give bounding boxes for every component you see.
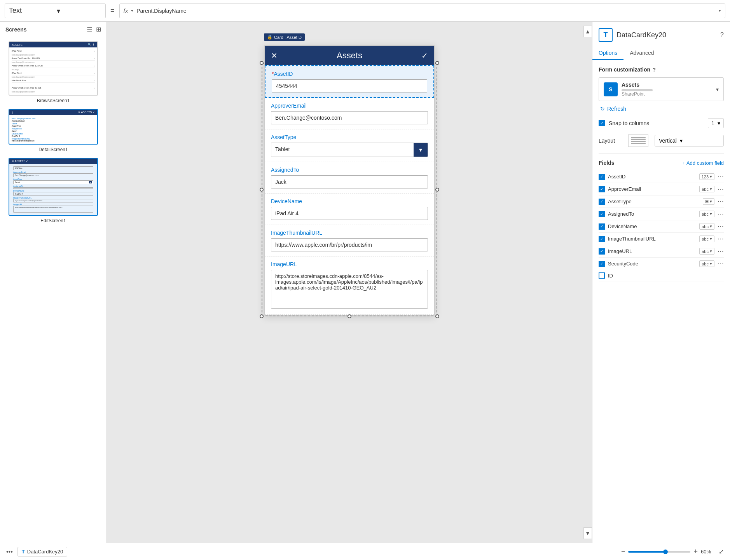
card-badge: 🔒 Card : AssetID	[264, 33, 305, 41]
detail-screen-label: DetailScreen1	[38, 147, 68, 152]
zoom-plus-button[interactable]: +	[693, 548, 698, 556]
browse-thumb-body: iPad Air 2› ben.change@contoso.com Asus …	[9, 47, 97, 95]
add-custom-field-button[interactable]: + Add custom field	[682, 160, 724, 166]
field-row-id: ID	[599, 270, 724, 281]
detail-thumb-header: 1 ✕ ASSETS ✓	[9, 110, 97, 115]
assetid-checkbox[interactable]	[599, 174, 605, 180]
snap-checkbox[interactable]	[599, 120, 605, 126]
tab-options[interactable]: Options	[592, 47, 623, 60]
fx-label: fx	[124, 7, 128, 14]
assignedto-more-icon[interactable]: ⋯	[718, 210, 724, 218]
bottom-card-name: DataCardKey20	[27, 549, 63, 555]
source-type: SharePoint	[622, 91, 712, 97]
assettype-type-badge[interactable]: ⊞ ▾	[703, 198, 714, 205]
assignedto-checkbox[interactable]	[599, 211, 605, 217]
assetid-type-badge[interactable]: 123 ▾	[699, 173, 714, 180]
assetid-more-icon[interactable]: ⋯	[718, 173, 724, 180]
list-icon[interactable]: ☰	[87, 26, 92, 33]
assettype-checkbox[interactable]	[599, 199, 605, 205]
browse-screen-thumb[interactable]: ASSETS 🔍 ⋮ iPad Air 2› ben.change@contos…	[9, 41, 98, 96]
lock-icon: 🔒	[267, 35, 272, 40]
thumb-row: Asus VivoScreen Pad 63 GB›	[12, 86, 95, 90]
assettype-more-icon[interactable]: ⋯	[718, 198, 724, 205]
panel-icon: T	[599, 28, 613, 42]
tab-advanced[interactable]: Advanced	[623, 47, 660, 60]
scroll-down-arrow[interactable]: ▼	[583, 527, 592, 539]
browse-screen-label: BrowseScreen1	[37, 98, 70, 103]
field-row-approveremail: ApproverEmail abc ▾ ⋯	[599, 183, 724, 195]
detail-screen-thumb[interactable]: 1 ✕ ASSETS ✓ Ben.Change@contoso.com Appr…	[9, 109, 98, 145]
imagethumbnailurl-type-badge[interactable]: abc ▾	[699, 236, 714, 242]
handle-tl[interactable]	[260, 61, 264, 65]
edit-screen-thumb[interactable]: ✕ ASSETS ✓ 4545444 ApproverEmail Ben.Cha…	[9, 158, 98, 216]
edit-thumb-field: ImageURL https://store.storeimages.cdn-a…	[13, 203, 93, 213]
devicename-checkbox[interactable]	[599, 223, 605, 230]
handle-tr[interactable]	[435, 61, 439, 65]
securitycode-type-badge[interactable]: abc ▾	[699, 260, 714, 267]
assettype-dropdown-btn[interactable]: ▾	[414, 143, 428, 157]
approveremail-input[interactable]	[271, 111, 428, 124]
devicename-type-badge[interactable]: abc ▾	[699, 223, 714, 230]
more-options-button[interactable]: •••	[6, 548, 13, 555]
assettype-select[interactable]: Tablet ▾	[271, 143, 428, 157]
panel-title: DataCardKey20	[616, 31, 716, 39]
imageurl-more-icon[interactable]: ⋯	[718, 248, 724, 255]
control-type-dropdown[interactable]: Text ▾	[5, 3, 106, 18]
help-icon[interactable]: ?	[720, 31, 724, 38]
securitycode-type-label: abc	[702, 262, 709, 266]
imagethumbnailurl-input[interactable]	[271, 238, 428, 251]
screens-list: ASSETS 🔍 ⋮ iPad Air 2› ben.change@contos…	[0, 37, 107, 543]
expand-icon[interactable]: ⤢	[719, 548, 724, 555]
phone-body: *AssetID ApproverEmail AssetType Tablet	[265, 65, 434, 315]
scroll-up-arrow[interactable]: ▲	[583, 26, 592, 37]
layout-line	[631, 137, 646, 138]
approveremail-more-icon[interactable]: ⋯	[718, 185, 724, 193]
zoom-minus-button[interactable]: −	[621, 548, 625, 556]
handle-br[interactable]	[435, 314, 439, 318]
imageurl-checkbox[interactable]	[599, 248, 605, 255]
formula-bar[interactable]: fx ▾ Parent.DisplayName ▾	[119, 3, 725, 18]
devicename-more-icon[interactable]: ⋯	[718, 223, 724, 230]
handle-mr[interactable]	[435, 188, 439, 192]
check-button[interactable]: ✓	[421, 51, 428, 60]
handle-bc[interactable]	[348, 314, 351, 318]
refresh-label: Refresh	[607, 106, 626, 112]
form-help-icon[interactable]: ?	[653, 67, 656, 73]
imagethumbnailurl-checkbox[interactable]	[599, 236, 605, 242]
columns-select[interactable]: 1 ▾	[708, 118, 724, 128]
handle-ml[interactable]	[260, 188, 264, 192]
phone-header: ✕ Assets ✓	[265, 46, 434, 65]
zoom-percentage: 60%	[701, 549, 716, 555]
zoom-slider-thumb[interactable]	[663, 550, 668, 554]
imagethumbnailurl-type-chevron: ▾	[710, 236, 712, 241]
assignedto-type-badge[interactable]: abc ▾	[699, 211, 714, 217]
grid-icon[interactable]: ⊞	[96, 26, 101, 33]
zoom-slider[interactable]	[628, 551, 690, 553]
layout-select[interactable]: Vertical ▾	[655, 135, 724, 147]
id-checkbox[interactable]	[599, 272, 605, 279]
assetid-input[interactable]	[272, 79, 427, 92]
securitycode-field-name: SecurityCode	[608, 261, 696, 267]
devicename-label: DeviceName	[271, 198, 428, 204]
close-button[interactable]: ✕	[271, 51, 278, 60]
approveremail-checkbox[interactable]	[599, 186, 605, 192]
securitycode-more-icon[interactable]: ⋯	[718, 260, 724, 267]
source-row: S Assets SharePoint ▾	[599, 77, 724, 101]
imagethumbnailurl-more-icon[interactable]: ⋯	[718, 235, 724, 242]
devicename-input[interactable]	[271, 207, 428, 220]
refresh-button[interactable]: ↻ Refresh	[599, 106, 724, 112]
layout-line	[631, 139, 646, 140]
imageurl-textarea[interactable]: http://store.storeimages.cdn-apple.com/8…	[271, 270, 428, 309]
detail-field: AssetType	[12, 125, 95, 127]
securitycode-checkbox[interactable]	[599, 261, 605, 267]
equals-sign: =	[106, 7, 119, 15]
edit-thumb-body: 4545444 ApproverEmail Ben.Change@contoso…	[9, 164, 97, 215]
top-bar: Text ▾ = fx ▾ Parent.DisplayName ▾	[0, 0, 730, 22]
imageurl-type-badge[interactable]: abc ▾	[699, 248, 714, 255]
handle-bl[interactable]	[260, 314, 264, 318]
approveremail-type-badge[interactable]: abc ▾	[699, 186, 714, 192]
field-row-assettype: AssetType ⊞ ▾ ⋯	[599, 195, 724, 208]
source-collapse-icon[interactable]: ▾	[716, 86, 719, 92]
detail-field: iPad Air 4	[12, 135, 95, 137]
assignedto-input[interactable]	[271, 175, 428, 188]
